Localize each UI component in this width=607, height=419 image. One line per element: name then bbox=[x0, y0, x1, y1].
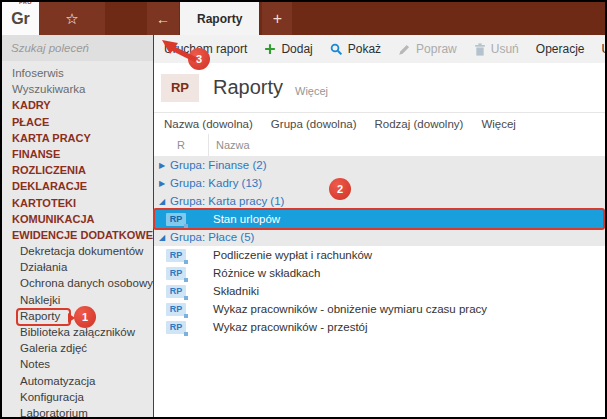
show-label: Pokaż bbox=[348, 42, 381, 56]
row-label: Podliczenie wypłat i rachunków bbox=[213, 249, 372, 261]
list-item[interactable]: RP Stan urlopów bbox=[154, 210, 605, 228]
sidebar-item[interactable]: PŁACE bbox=[2, 114, 153, 130]
sidebar-menu: Infoserwis Wyszukiwarka KADRY PŁACE KART… bbox=[2, 61, 153, 417]
sidebar-item-label: KARTA PRACY bbox=[12, 132, 91, 144]
sidebar-item[interactable]: DEKLARACJE bbox=[2, 178, 153, 194]
filter-name[interactable]: Nazwa (dowolna) bbox=[164, 118, 253, 130]
sidebar-item[interactable]: KARTA PRACY bbox=[2, 130, 153, 146]
row-label: Grupa: Płace (5) bbox=[170, 231, 254, 243]
sidebar-item[interactable]: KOMUNIKACJA bbox=[2, 211, 153, 227]
sidebar-item[interactable]: EWIDENCJE DODATKOWE bbox=[2, 227, 153, 243]
sidebar-item[interactable]: Dekretacja dokumentów bbox=[2, 243, 153, 259]
list-item[interactable]: RP Różnice w składkach bbox=[154, 264, 605, 282]
tab-raporty[interactable]: Raporty bbox=[180, 2, 259, 35]
report-rp-icon: RP bbox=[166, 249, 186, 262]
app-window: Gr PRO ☆ ← Raporty + bbox=[0, 0, 607, 419]
sidebar-item[interactable]: KARTOTEKI bbox=[2, 195, 153, 211]
add-button[interactable]: Dodaj bbox=[264, 42, 312, 56]
star-icon: ☆ bbox=[65, 10, 78, 28]
sidebar-item[interactable]: Działania bbox=[2, 259, 153, 275]
sidebar-item-label: Raporty bbox=[20, 310, 60, 322]
column-header-r[interactable]: R bbox=[154, 134, 208, 156]
search-input[interactable] bbox=[11, 42, 153, 54]
app-logo[interactable]: Gr PRO bbox=[2, 2, 39, 35]
main-panel: Uruchom raport Dodaj Pokaż bbox=[153, 35, 605, 417]
operations-button[interactable]: Operacje bbox=[536, 42, 585, 56]
module-rp-badge: RP bbox=[161, 74, 199, 102]
filter-kind[interactable]: Rodzaj (dowolny) bbox=[375, 118, 464, 130]
sidebar-item-label: DEKLARACJE bbox=[12, 180, 87, 192]
list-item[interactable]: ▶ RP Grupa: Finanse (2) bbox=[154, 156, 605, 174]
sidebar-item[interactable]: KADRY bbox=[2, 97, 153, 113]
expander-icon[interactable]: ◢ bbox=[159, 233, 170, 242]
sidebar-item[interactable]: Infoserwis bbox=[2, 65, 153, 81]
sidebar-item-label: FINANSE bbox=[12, 148, 60, 160]
sidebar-item-label: KOMUNIKACJA bbox=[12, 213, 95, 225]
show-button[interactable]: Pokaż bbox=[330, 42, 381, 56]
annotation-step-1: 1 bbox=[74, 306, 96, 328]
list-item[interactable]: RP Podliczenie wypłat i rachunków bbox=[154, 246, 605, 264]
sidebar-search-row bbox=[2, 35, 153, 61]
row-label: Grupa: Karta pracy (1) bbox=[170, 195, 284, 207]
back-arrow-icon: ← bbox=[156, 11, 170, 27]
sidebar-item-label: Naklejki bbox=[20, 294, 60, 306]
sidebar-item[interactable]: Biblioteka załączników bbox=[2, 324, 153, 340]
sidebar-item-label: Automatyzacja bbox=[20, 375, 95, 387]
favorites-star-button[interactable]: ☆ bbox=[39, 2, 105, 35]
report-list: ▶ RP Grupa: Finanse (2) ▶ RP Grupa: Kadr… bbox=[154, 156, 605, 336]
favorites-button[interactable]: Ulubione bbox=[602, 42, 607, 56]
column-header-nazwa[interactable]: Nazwa bbox=[208, 134, 250, 156]
row-label: Wykaz pracowników - obniżenie wymiaru cz… bbox=[213, 303, 487, 315]
sidebar-item[interactable]: Galeria zdjęć bbox=[2, 340, 153, 356]
sidebar-item-label: KARTOTEKI bbox=[12, 197, 76, 209]
sidebar-item[interactable]: Laboratorium bbox=[2, 405, 153, 417]
list-item[interactable]: ◢ RP Grupa: Karta pracy (1) bbox=[154, 192, 605, 210]
list-item[interactable]: RP Wykaz pracowników - obniżenie wymiaru… bbox=[154, 300, 605, 318]
list-item[interactable]: ◢ RP Grupa: Płace (5) bbox=[154, 228, 605, 246]
title-bar: Gr PRO ☆ ← Raporty + bbox=[2, 2, 605, 35]
sidebar-item-label: Galeria zdjęć bbox=[20, 342, 87, 354]
sidebar-item[interactable]: Automatyzacja bbox=[2, 373, 153, 389]
expander-icon[interactable]: ◢ bbox=[159, 197, 170, 206]
expander-icon[interactable]: ▶ bbox=[159, 161, 170, 170]
sidebar-item[interactable]: Wyszukiwarka bbox=[2, 81, 153, 97]
delete-button[interactable]: Usuń bbox=[474, 42, 519, 56]
sidebar-item-label: ROZLICZENIA bbox=[12, 164, 86, 176]
pencil-icon bbox=[398, 43, 411, 56]
row-label: Stan urlopów bbox=[213, 213, 280, 225]
sidebar-item[interactable]: Notes bbox=[2, 356, 153, 372]
sidebar-item[interactable]: Ochrona danych osobowych bbox=[2, 275, 153, 291]
tab-label: Raporty bbox=[197, 12, 242, 26]
sidebar-item[interactable]: Konfiguracja bbox=[2, 389, 153, 405]
trash-icon bbox=[474, 43, 486, 56]
sidebar-item-label: Biblioteka załączników bbox=[20, 326, 135, 338]
edit-button[interactable]: Popraw bbox=[398, 42, 457, 56]
sidebar-item[interactable]: ROZLICZENIA bbox=[2, 162, 153, 178]
toolbar: Uruchom raport Dodaj Pokaż bbox=[154, 35, 605, 63]
sidebar-item-label: Laboratorium bbox=[20, 407, 88, 417]
delete-label: Usuń bbox=[491, 42, 519, 56]
list-item[interactable]: RP Składniki bbox=[154, 282, 605, 300]
sidebar-item-label: KADRY bbox=[12, 99, 51, 111]
app-logo-text: Gr bbox=[11, 10, 30, 28]
row-label: Składniki bbox=[213, 285, 259, 297]
titlebar-spacer bbox=[105, 2, 147, 35]
filter-group[interactable]: Grupa (dowolna) bbox=[271, 118, 357, 130]
list-item[interactable]: RP Wykaz pracowników - przestój bbox=[154, 318, 605, 336]
back-button[interactable]: ← bbox=[147, 2, 179, 35]
sidebar-item[interactable]: Naklejki bbox=[2, 292, 153, 308]
filter-more[interactable]: Więcej bbox=[481, 118, 516, 130]
new-tab-button[interactable]: + bbox=[262, 2, 292, 35]
header-more-link[interactable]: Więcej bbox=[295, 85, 328, 97]
row-label: Różnice w składkach bbox=[213, 267, 320, 279]
page-header: RP Raporty Więcej bbox=[154, 63, 605, 112]
list-item[interactable]: ▶ RP Grupa: Kadry (13) bbox=[154, 174, 605, 192]
table-header: R Nazwa bbox=[154, 134, 605, 156]
page-title: Raporty bbox=[213, 76, 283, 99]
sidebar-item-label: Infoserwis bbox=[12, 67, 64, 79]
sidebar-item[interactable]: FINANSE bbox=[2, 146, 153, 162]
rp-badge-sub-icon bbox=[184, 260, 188, 264]
expander-icon[interactable]: ▶ bbox=[159, 179, 170, 188]
add-plus-icon bbox=[264, 43, 276, 55]
edit-label: Popraw bbox=[416, 42, 457, 56]
